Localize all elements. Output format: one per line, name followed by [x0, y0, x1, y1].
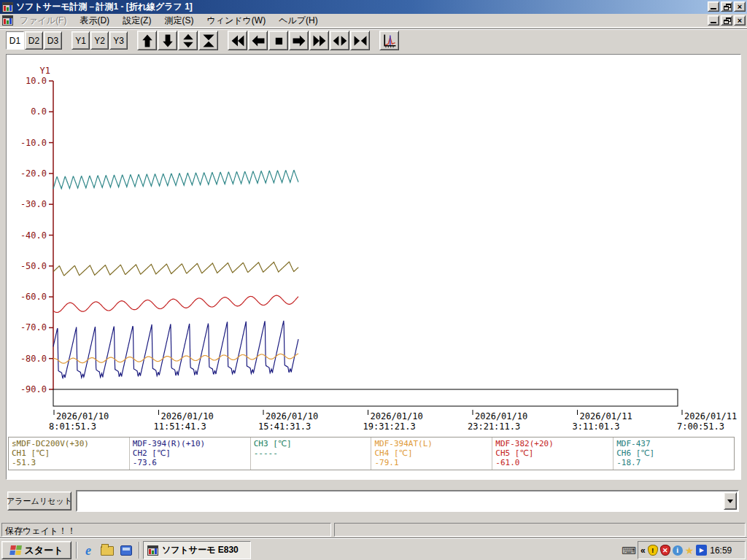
keyboard-tray-icon[interactable]: ⌨ — [622, 545, 636, 556]
legend-cell-ch4[interactable]: MDF-394AT(L)CH4 [℃]-79.1 — [371, 438, 492, 470]
fast-backward-button[interactable] — [228, 31, 247, 50]
expand-horizontal-button[interactable] — [330, 31, 349, 50]
menu-settings[interactable]: 設定(Z) — [116, 14, 158, 28]
graph-setup-icon — [382, 33, 398, 49]
svg-text:15:41:31.3: 15:41:31.3 — [258, 421, 311, 432]
close-button[interactable]: × — [734, 1, 746, 12]
svg-text:-10.0: -10.0 — [20, 138, 47, 148]
menu-window[interactable]: ウィンドウ(W) — [200, 14, 272, 28]
legend-cell-ch6[interactable]: MDF-437CH6 [℃]-18.7 — [614, 438, 734, 470]
info-balloon-icon[interactable]: i — [673, 545, 683, 556]
series-ch1 — [53, 262, 298, 276]
svg-text:10.0: 10.0 — [26, 76, 47, 86]
svg-text:3:11:01.3: 3:11:01.3 — [573, 421, 620, 432]
svg-text:2026/01/11: 2026/01/11 — [684, 411, 737, 421]
folder-quicklaunch-icon[interactable] — [99, 543, 115, 558]
star-tray-icon[interactable]: ★ — [685, 545, 694, 556]
menu-file[interactable]: ファイル(F) — [13, 14, 73, 28]
legend-channel-label: CH1 [℃] — [12, 448, 126, 458]
child-close-button[interactable]: × — [734, 15, 746, 26]
client-area: Y110.00.0-10.0-20.0-30.0-40.0-50.0-60.0-… — [0, 52, 747, 521]
svg-text:-70.0: -70.0 — [20, 322, 47, 332]
status-message: 保存ウェイト！！ — [1, 523, 331, 537]
restore-button[interactable] — [721, 1, 732, 12]
media-play-tray-icon[interactable]: ▶ — [696, 545, 707, 556]
step-backward-button[interactable] — [248, 31, 268, 50]
svg-text:Y1: Y1 — [40, 66, 50, 76]
security-warning-icon[interactable]: ! — [648, 545, 658, 556]
menu-measure[interactable]: 測定(S) — [158, 14, 200, 28]
child-minimize-button[interactable] — [708, 15, 719, 26]
graph-panel: Y110.00.0-10.0-20.0-30.0-40.0-50.0-60.0-… — [6, 54, 741, 480]
line-chart[interactable]: Y110.00.0-10.0-20.0-30.0-40.0-50.0-60.0-… — [7, 55, 740, 434]
step-forward-icon — [291, 33, 307, 49]
legend-sensor-name: MDF-394(R)(+10) — [133, 439, 247, 448]
step-forward-button[interactable] — [289, 31, 309, 50]
window-title: ソフトサーモ計測－計測1 - [折れ線グラフ 1] — [16, 1, 193, 13]
windows-logo-icon — [9, 545, 23, 556]
menu-bar: ファイル(F) 表示(D) 設定(Z) 測定(S) ウィンドウ(W) ヘルプ(H… — [0, 14, 747, 28]
legend-cell-ch3[interactable]: CH3 [℃]----- — [251, 438, 372, 470]
legend-channel-value: -18.7 — [616, 458, 731, 467]
scroll-down-button[interactable] — [158, 31, 177, 50]
graph-setup-button[interactable] — [379, 31, 399, 50]
legend-cell-ch1[interactable]: sMDF-DC200V(+30)CH1 [℃]-51.3 — [9, 438, 130, 470]
legend-cell-ch2[interactable]: MDF-394(R)(+10)CH2 [℃]-73.6 — [130, 438, 251, 470]
combo-dropdown-button[interactable] — [724, 492, 737, 510]
alarm-combo-value[interactable] — [78, 492, 723, 510]
task-button-softthermo[interactable]: ソフトサーモ E830 — [143, 541, 251, 559]
mdi-child-icon[interactable] — [2, 15, 13, 26]
compress-vertical-icon — [201, 33, 217, 49]
svg-text:2026/01/10: 2026/01/10 — [161, 411, 214, 421]
ie-quicklaunch-icon[interactable]: e — [80, 543, 96, 558]
svg-text:-20.0: -20.0 — [20, 168, 47, 179]
app-icon — [147, 545, 158, 556]
svg-text:2026/01/10: 2026/01/10 — [475, 411, 527, 421]
legend-channel-label: CH6 [℃] — [616, 448, 731, 458]
svg-text:7:00:51.3: 7:00:51.3 — [677, 421, 724, 432]
title-bar: ソフトサーモ計測－計測1 - [折れ線グラフ 1] × — [0, 0, 747, 14]
alarm-combo-box[interactable] — [76, 490, 739, 512]
compress-vertical-button[interactable] — [198, 31, 218, 50]
legend-cell-ch5[interactable]: MDF-382(+20)CH5 [℃]-61.0 — [492, 438, 614, 470]
desktop: ソフトサーモ計測－計測1 - [折れ線グラフ 1] × ファイル(F) 表示(D… — [0, 0, 747, 560]
svg-text:2026/01/10: 2026/01/10 — [266, 411, 318, 421]
svg-text:-30.0: -30.0 — [20, 199, 47, 209]
y3-button[interactable]: Y3 — [109, 31, 128, 50]
scroll-up-button[interactable] — [137, 31, 157, 50]
alarm-reset-button[interactable]: アラームリセット — [7, 491, 71, 510]
series-ch4 — [53, 354, 298, 363]
step-backward-icon — [250, 33, 266, 49]
expand-vertical-button[interactable] — [178, 31, 198, 50]
d3-button[interactable]: D3 — [44, 31, 62, 50]
d2-button[interactable]: D2 — [25, 31, 43, 50]
stop-button[interactable] — [268, 31, 288, 50]
svg-text:0.0: 0.0 — [31, 106, 47, 117]
legend-sensor-name: sMDF-DC200V(+30) — [12, 439, 126, 448]
svg-text:-50.0: -50.0 — [20, 261, 47, 271]
status-right — [334, 523, 746, 537]
app-icon — [2, 2, 13, 12]
y2-button[interactable]: Y2 — [90, 31, 109, 50]
y1-button[interactable]: Y1 — [71, 31, 90, 50]
legend-channel-value: -61.0 — [495, 458, 610, 467]
security-alert-icon[interactable]: ✕ — [660, 545, 670, 556]
svg-text:-60.0: -60.0 — [20, 292, 47, 302]
compress-horizontal-button[interactable] — [350, 31, 370, 50]
menu-view[interactable]: 表示(D) — [73, 14, 116, 28]
svg-text:-90.0: -90.0 — [20, 384, 47, 394]
legend-sensor-name: MDF-394AT(L) — [374, 439, 489, 448]
outlook-quicklaunch-icon[interactable] — [118, 543, 134, 558]
minimize-button[interactable] — [708, 1, 719, 12]
toolbar: D1 D2 D3 Y1 Y2 Y3 — [0, 28, 747, 52]
tray-collapse-chevron[interactable]: « — [640, 545, 646, 556]
d1-button[interactable]: D1 — [6, 31, 24, 50]
legend-channel-value: -79.1 — [374, 458, 489, 467]
menu-help[interactable]: ヘルプ(H) — [272, 14, 325, 28]
start-button[interactable]: スタート — [1, 541, 71, 559]
fast-forward-button[interactable] — [309, 31, 329, 50]
expand-vertical-icon — [180, 33, 196, 49]
child-restore-button[interactable] — [721, 15, 732, 26]
legend-sensor-name: MDF-437 — [616, 439, 731, 448]
svg-text:23:21:11.3: 23:21:11.3 — [468, 421, 520, 432]
